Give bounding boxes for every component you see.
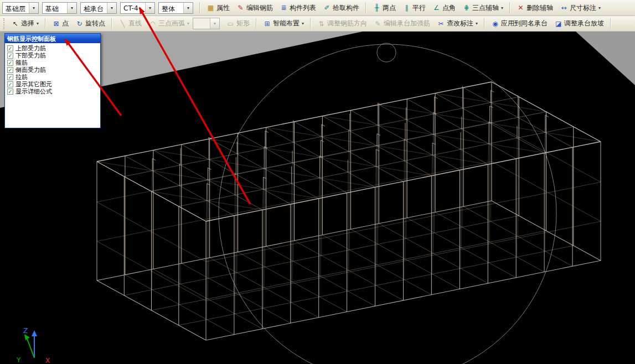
line-label: 直线 [128, 19, 142, 28]
toolbar-separator [45, 18, 46, 29]
edit-rebar-button[interactable]: ✎ 编辑钢筋 [233, 2, 276, 14]
toolbar-separator [484, 18, 485, 29]
three-point-aux-axis-button[interactable]: ⋕ 三点辅轴 ▾ [459, 2, 507, 14]
rotate-point-button[interactable]: ↻ 旋转点 [72, 17, 109, 30]
three-point-aux-axis-icon: ⋕ [462, 4, 471, 12]
toolbar-row-2: ↖ 选择 ▾ ⊠ 点 ↻ 旋转点 ╲ 直线 ◠ 三点画弧 ▾ ▾ ▭ 矩形 ⊞ … [0, 16, 635, 32]
pick-component-label: 拾取构件 [333, 3, 359, 13]
delete-aux-axis-label: 删除辅轴 [526, 3, 553, 13]
rotate-point-icon: ↻ [75, 20, 84, 28]
dimension-icon: ↔ [560, 4, 568, 12]
two-point-axis-icon: ╫ [373, 4, 381, 12]
check-annotation-icon: ✂ [437, 20, 445, 28]
dimension-label: 尺寸标注 [570, 3, 596, 13]
adjust-cap-slope-button[interactable]: ◪ 调整承台放坡 [551, 17, 607, 30]
point-place-icon: ⊠ [52, 20, 60, 28]
toolbar-separator [310, 18, 311, 29]
smart-layout-icon: ⊞ [263, 20, 271, 28]
pick-component-icon: ✐ [323, 4, 331, 12]
chevron-down-icon: ▾ [476, 21, 478, 26]
pile-cap-wireframe [97, 82, 601, 340]
three-point-aux-axis-label: 三点辅轴 [472, 3, 499, 13]
smart-layout-label: 智能布置 [273, 19, 300, 28]
view-mode-value: 整体 [159, 3, 183, 13]
apply-to-same-name-cap-label: 应用到同名承台 [501, 19, 548, 28]
arc-value-combo[interactable]: ▾ [193, 18, 220, 29]
svg-text:Z: Z [23, 327, 28, 335]
checkbox-checked-icon[interactable]: ✓ [7, 89, 13, 95]
category-selector-value: 基础 [43, 3, 67, 13]
ucs-axis-icon: ZYX [16, 327, 50, 364]
chevron-down-icon[interactable]: ▾ [183, 3, 193, 13]
toolbar-separator [509, 2, 510, 13]
chevron-down-icon[interactable]: ▾ [145, 3, 154, 13]
adjust-rebar-direction-button[interactable]: ⇅ 调整钢筋方向 [314, 17, 370, 30]
toolbar-grip[interactable] [3, 18, 6, 29]
select-cursor-icon: ↖ [11, 20, 19, 28]
component-type-combo[interactable]: 桩承台 ▾ [80, 2, 117, 14]
apply-to-same-name-cap-button[interactable]: ◉ 应用到同名承台 [488, 17, 551, 30]
component-list-label: 构件列表 [290, 3, 316, 13]
floor-selector-combo[interactable]: 基础层 ▾ [2, 2, 39, 14]
checkbox-checked-icon[interactable]: ✓ [7, 74, 13, 80]
chevron-down-icon[interactable]: ▾ [29, 3, 38, 13]
checkbox-checked-icon[interactable]: ✓ [7, 67, 13, 73]
three-point-arc-label: 三点画弧 [158, 19, 185, 28]
element-name-combo[interactable]: CT-4 ▾ [120, 2, 155, 14]
edit-rebar-icon: ✎ [236, 4, 245, 12]
checkbox-checked-icon[interactable]: ✓ [7, 45, 13, 51]
checkbox-checked-icon[interactable]: ✓ [7, 81, 13, 87]
checkbox-checked-icon[interactable]: ✓ [7, 60, 13, 66]
edit-cap-strengthen-rebar-button[interactable]: ✎ 编辑承台加强筋 [370, 17, 433, 30]
point-angle-axis-icon: ∠ [432, 4, 441, 12]
panel-title-bar[interactable]: 钢筋显示控制面板 [5, 34, 100, 43]
properties-icon: ▦ [206, 4, 215, 12]
rectangle-button[interactable]: ▭ 矩形 [223, 17, 253, 30]
chevron-down-icon: ▾ [187, 21, 189, 26]
dimension-button[interactable]: ↔ 尺寸标注 ▾ [556, 2, 604, 14]
point-place-label: 点 [62, 19, 69, 28]
construction-circle [219, 43, 556, 364]
delete-aux-axis-button[interactable]: ✕ 删除辅轴 [513, 2, 556, 14]
two-point-axis-button[interactable]: ╫ 两点 [369, 2, 399, 14]
check-annotation-label: 查改标注 [447, 19, 473, 28]
select-button[interactable]: ↖ 选择 ▾ [8, 17, 42, 30]
view-mode-combo[interactable]: 整体 ▾ [158, 2, 193, 14]
three-point-arc-icon: ◠ [148, 20, 157, 28]
parallel-axis-label: 平行 [412, 3, 426, 13]
smart-layout-button[interactable]: ⊞ 智能布置 ▾ [260, 17, 307, 30]
pick-component-button[interactable]: ✐ 拾取构件 [319, 2, 363, 14]
drawing-canvas[interactable]: ZYX 钢筋显示控制面板 ✓ 上部受力筋 ✓ 下部受力筋 ✓ 箍筋 ✓ 侧面受力… [0, 32, 635, 364]
checkbox-row-show-detail-formula[interactable]: ✓ 显示详细公式 [6, 88, 99, 95]
chevron-down-icon: ▾ [37, 21, 39, 26]
line-icon: ╲ [118, 20, 127, 28]
component-list-icon: ≣ [280, 4, 288, 12]
adjust-cap-slope-label: 调整承台放坡 [564, 19, 604, 28]
delete-aux-axis-icon: ✕ [517, 4, 525, 12]
three-point-arc-button[interactable]: ◠ 三点画弧 ▾ [145, 17, 193, 30]
floor-selector-value: 基础层 [3, 3, 29, 13]
rebar-display-panel: 钢筋显示控制面板 ✓ 上部受力筋 ✓ 下部受力筋 ✓ 箍筋 ✓ 侧面受力筋 ✓ … [4, 33, 101, 128]
chevron-down-icon[interactable]: ▾ [67, 3, 76, 13]
svg-text:Y: Y [16, 356, 21, 364]
panel-body: ✓ 上部受力筋 ✓ 下部受力筋 ✓ 箍筋 ✓ 侧面受力筋 ✓ 拉筋 ✓ 显示其它… [5, 43, 100, 97]
toolbar-separator [199, 2, 200, 13]
check-annotation-button[interactable]: ✂ 查改标注 ▾ [433, 17, 481, 30]
properties-button[interactable]: ▦ 属性 [203, 2, 233, 14]
rotate-point-label: 旋转点 [85, 19, 105, 28]
toolbar-separator [256, 18, 257, 29]
line-button[interactable]: ╲ 直线 [115, 17, 145, 30]
adjust-cap-slope-icon: ◪ [554, 20, 562, 28]
edit-rebar-label: 编辑钢筋 [246, 3, 273, 13]
category-selector-combo[interactable]: 基础 ▾ [42, 2, 77, 14]
component-list-button[interactable]: ≣ 构件列表 [276, 2, 319, 14]
point-place-button[interactable]: ⊠ 点 [49, 17, 72, 30]
element-name-value: CT-4 [121, 3, 145, 13]
checkbox-checked-icon[interactable]: ✓ [7, 53, 13, 59]
point-angle-axis-button[interactable]: ∠ 点角 [429, 2, 459, 14]
chevron-down-icon[interactable]: ▾ [107, 3, 116, 13]
chevron-down-icon[interactable]: ▾ [210, 18, 219, 29]
two-point-axis-label: 两点 [383, 3, 396, 13]
checkbox-label: 显示详细公式 [16, 87, 52, 96]
parallel-axis-button[interactable]: ∥ 平行 [399, 2, 429, 14]
